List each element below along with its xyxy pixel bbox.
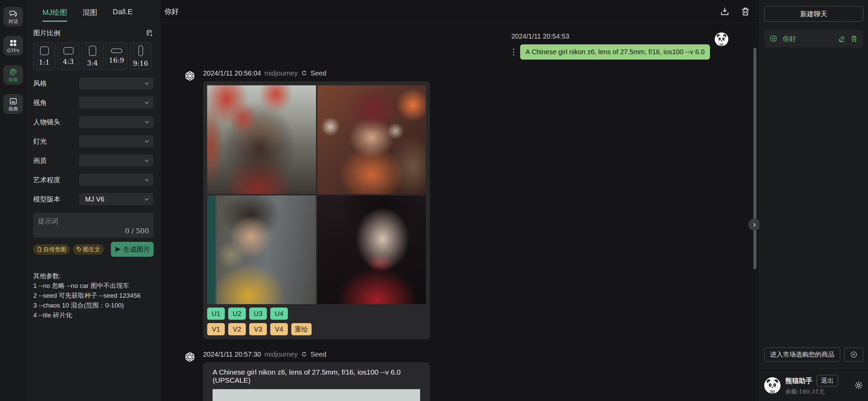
chat-list-item[interactable]: 你好: [764, 30, 863, 47]
openai-logo-icon: [184, 351, 196, 363]
image-to-text-button[interactable]: 图生文: [73, 244, 104, 255]
message-timestamp: 2024/1/11 20:56:04: [203, 69, 261, 77]
image-grid: [207, 85, 426, 304]
chat-messages: 2024/1/11 20:54:53 A Chinese girl nikon …: [160, 23, 759, 401]
refresh-icon[interactable]: [301, 70, 307, 76]
upscale-4-button[interactable]: U4: [270, 308, 288, 320]
generate-image-button[interactable]: 生成图片: [111, 242, 154, 257]
account-avatar[interactable]: [764, 377, 781, 394]
prompt-input[interactable]: [33, 213, 154, 238]
model-tag: midjourney: [264, 69, 298, 77]
logout-button[interactable]: 退出: [816, 375, 838, 386]
quality-select[interactable]: [79, 154, 154, 167]
chevron-down-icon: [144, 119, 150, 125]
dismiss-market-button[interactable]: [844, 347, 863, 362]
chat-scrollbar[interactable]: [753, 48, 756, 269]
kebab-menu-icon[interactable]: [511, 48, 516, 57]
generation-card: U1 U2 U3 U4 V1 V2 V3 V4 重绘: [203, 81, 430, 339]
bot-message-upscale: 2024/1/11 20:57:30 midjourney Seed A Chi…: [184, 350, 759, 401]
generated-image-4[interactable]: [317, 195, 426, 304]
seed-link[interactable]: Seed: [311, 351, 327, 358]
ratio-option-1-1[interactable]: 1:1: [33, 42, 55, 70]
generated-image-3[interactable]: [207, 195, 316, 304]
market-button[interactable]: 进入市场选购您的商品: [764, 347, 840, 362]
lighting-select[interactable]: [79, 135, 154, 147]
redraw-button[interactable]: 重绘: [291, 323, 312, 335]
ratio-option-3-4[interactable]: 3:4: [81, 42, 103, 70]
user-avatar: [715, 33, 728, 46]
chat-session-icon: [770, 35, 777, 42]
ratio-option-4-3[interactable]: 4:3: [57, 42, 79, 70]
delete-icon[interactable]: [850, 35, 858, 42]
nav-label-gallery: 画廊: [8, 106, 18, 111]
download-icon[interactable]: [720, 6, 730, 16]
model-version-select[interactable]: MJ V6: [79, 193, 154, 205]
palette-icon: [9, 68, 17, 76]
other-params: 其他参数: 1 --no 忽略 --no car 图中不出现车 2 --seed…: [33, 271, 154, 320]
trash-icon[interactable]: [741, 6, 750, 16]
refresh-icon[interactable]: [301, 351, 307, 357]
artistry-select[interactable]: [79, 174, 154, 186]
draw-tabs: MJ绘图 混图 Dall.E: [33, 0, 154, 22]
ratio-option-9-16[interactable]: 9:16: [130, 42, 152, 70]
style-label: 风格: [33, 79, 47, 88]
portrait-lens-select[interactable]: [79, 116, 154, 128]
ratio-shape-icon: [89, 46, 96, 56]
view-angle-select[interactable]: [79, 97, 154, 109]
grid-icon: [9, 39, 17, 47]
view-angle-label: 视角: [33, 98, 47, 107]
chat-bubbles-icon: [9, 10, 17, 18]
model-tag: midjourney: [264, 351, 298, 358]
upscale-1-button[interactable]: U1: [207, 308, 225, 320]
nav-item-gtps[interactable]: GTPs: [3, 36, 23, 56]
param-line: 2 --seed 可先获取种子 --seed 123456: [33, 291, 154, 300]
nav-label-chat: 对话: [8, 19, 18, 24]
lighting-label: 灯光: [33, 137, 47, 146]
account-name: 熊猫助手: [785, 376, 812, 385]
tab-mj-draw[interactable]: MJ绘图: [42, 7, 67, 22]
app-window: 对话 GTPs 绘画 画廊 MJ绘图: [0, 0, 868, 401]
upscale-2-button[interactable]: U2: [228, 308, 246, 320]
variation-3-button[interactable]: V3: [249, 323, 267, 335]
ratio-shape-icon: [63, 47, 74, 55]
nav-item-gallery[interactable]: 画廊: [3, 94, 23, 114]
edit-icon[interactable]: [838, 35, 846, 42]
style-select[interactable]: [79, 77, 154, 89]
send-icon: [114, 246, 121, 253]
chevron-down-icon: [144, 158, 150, 163]
chevron-down-icon: [144, 100, 150, 105]
file-plus-icon: [37, 247, 42, 252]
variation-4-button[interactable]: V4: [270, 323, 288, 335]
settings-gear-icon[interactable]: [854, 381, 863, 390]
generated-image-1[interactable]: [207, 85, 316, 194]
message-timestamp: 2024/1/11 20:57:30: [203, 351, 261, 358]
nav-item-draw[interactable]: 绘画: [3, 65, 23, 85]
nav-item-chat[interactable]: 对话: [3, 7, 23, 26]
collapse-sidebar-button[interactable]: ›: [748, 218, 759, 231]
prompt-box: 0 / 500: [33, 213, 154, 238]
upscale-prompt-text: A Chinese girl nikon z6, lens of 27.5mm,…: [213, 368, 420, 384]
artistry-label: 艺术程度: [33, 175, 60, 185]
upscaled-image[interactable]: [213, 389, 420, 401]
account-balance: 余额:180.31元: [785, 388, 854, 396]
aspect-ratio-label: 图片比例: [33, 28, 60, 38]
variation-2-button[interactable]: V2: [228, 323, 246, 335]
ratio-option-16-9[interactable]: 16:9: [105, 42, 127, 70]
panda-avatar-image: [764, 377, 781, 394]
param-line: 1 --no 忽略 --no car 图中不出现车: [33, 281, 154, 291]
openai-logo-icon: [184, 70, 196, 82]
variation-1-button[interactable]: V1: [207, 323, 225, 335]
new-chat-button[interactable]: 新建聊天: [764, 6, 863, 22]
draw-control-panel: MJ绘图 混图 Dall.E 图片比例 1:1 4:3: [26, 0, 160, 401]
seed-link[interactable]: Seed: [311, 69, 327, 77]
chat-panel: 你好 2024/1/11 20:54:53: [160, 0, 759, 401]
upload-base-image-button[interactable]: 自传垫图: [33, 244, 70, 255]
chevron-down-icon: [144, 139, 150, 144]
tab-blend[interactable]: 混图: [82, 7, 97, 22]
save-preset-icon[interactable]: [145, 29, 154, 37]
upscale-3-button[interactable]: U3: [249, 308, 267, 320]
generated-image-2[interactable]: [317, 85, 426, 194]
ratio-shape-icon: [138, 45, 143, 56]
chevron-down-icon: [144, 177, 150, 183]
tab-dalle[interactable]: Dall.E: [113, 7, 133, 22]
